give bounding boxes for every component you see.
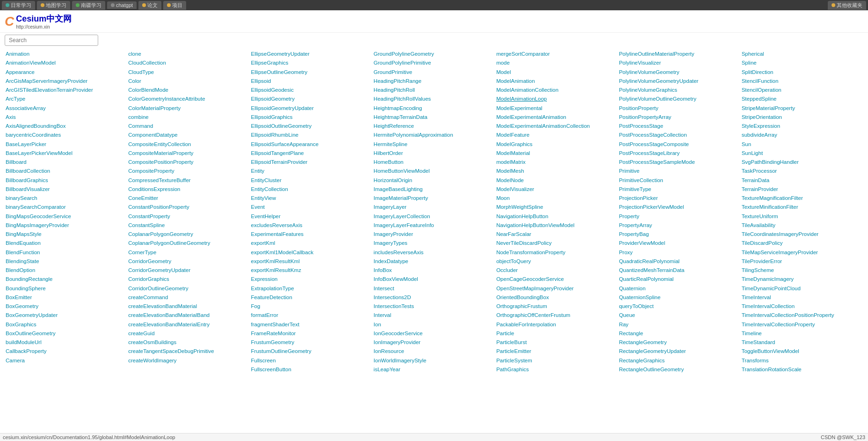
api-item[interactable]: ImageMaterialProperty [373,194,495,203]
api-item[interactable]: NavigationHelpButton [495,212,618,221]
api-item[interactable]: AssociativeArray [5,104,127,113]
api-item[interactable]: BingMapsGeocoderService [5,212,127,221]
api-item[interactable]: ColorBlendMode [127,86,250,95]
api-item[interactable]: IonWorldImageryStyle [373,356,495,365]
api-item[interactable]: SvgPathBindingHandler [741,158,863,167]
api-item[interactable]: BingMapsImageryProvider [5,221,127,230]
api-item[interactable]: HeightmapTerrainData [373,113,495,122]
api-item[interactable] [5,365,127,374]
api-item[interactable]: CorridorGraphics [127,275,250,284]
api-item[interactable]: ModelAnimationLoop [495,95,618,103]
api-item[interactable]: ProjectionPickerViewModel [618,203,740,212]
api-item[interactable]: CoplanarPolygonGeometry [127,230,250,239]
api-item[interactable]: StripeOrientation [741,113,863,122]
api-item[interactable]: subdivideArray [741,131,863,140]
api-item[interactable]: buildModuleUrl [5,338,127,347]
api-item[interactable]: mergeSortComparator [495,50,618,59]
api-item[interactable]: BoxGraphics [5,320,127,329]
api-item[interactable]: BaseLayerPickerViewModel [5,149,127,158]
api-item[interactable]: HomeButtonViewModel [373,167,495,176]
api-item[interactable]: IonGeocoderService [373,329,495,338]
api-item[interactable]: ImageryTypes [373,239,495,248]
api-item[interactable]: IonImageryProvider [373,338,495,347]
api-item[interactable]: TileDiscardPolicy [741,239,863,248]
api-item[interactable]: PolylineVolumeGraphics [618,86,740,95]
api-item[interactable]: CornerType [127,248,250,257]
api-item[interactable]: EllipsoidTerrainProvider [250,158,373,167]
api-item[interactable]: HomeButton [373,158,495,167]
api-item[interactable]: barycentricCoordinates [5,131,127,140]
api-item[interactable]: ImageryLayerFeatureInfo [373,221,495,230]
api-item[interactable]: QuaternionSpline [618,293,740,302]
api-item[interactable]: ComponentDatatype [127,131,250,140]
api-item[interactable]: MorphWeightSpline [495,203,618,212]
api-item[interactable]: includesReverseAxis [373,248,495,257]
api-item[interactable]: ModelAnimation [495,77,618,86]
api-item[interactable]: ProjectionPicker [618,194,740,203]
api-item[interactable]: exportKml [250,239,373,248]
api-item[interactable]: ModelNode [495,176,618,185]
api-item[interactable]: EllipsoidRhumbLine [250,131,373,140]
api-item[interactable]: BoundingRectangle [5,275,127,284]
api-item[interactable]: binarySearchComparator [5,203,127,212]
api-item[interactable]: TranslationRotationScale [741,365,863,374]
api-item[interactable]: BillboardCollection [5,167,127,176]
api-item[interactable]: ImageryLayerCollection [373,212,495,221]
api-item[interactable]: Color [127,77,250,86]
api-item[interactable]: Camera [5,356,127,365]
api-item[interactable]: PropertyArray [618,221,740,230]
api-item[interactable]: ParticleBurst [495,338,618,347]
api-item[interactable]: createWorldImagery [127,356,250,365]
api-item[interactable]: CompressedTextureBuffer [127,176,250,185]
api-item[interactable]: OpenStreetMapImageryProvider [495,284,618,293]
api-item[interactable]: Billboard [5,158,127,167]
api-item[interactable]: BoxEmitter [5,293,127,302]
api-item[interactable]: createGuid [127,329,250,338]
api-item[interactable]: TileCoordinatesImageryProvider [741,230,863,239]
api-item[interactable]: Ellipsoid [250,77,373,86]
api-item[interactable]: TimeIntervalCollection [741,302,863,311]
api-item[interactable]: SunLight [741,149,863,158]
api-item[interactable]: QuarticRealPolynomial [618,275,740,284]
api-item[interactable]: ModelExperimentalAnimationCollection [495,122,618,131]
api-item[interactable]: ArcGISTiledElevationTerrainProvider [5,86,127,95]
api-item[interactable]: InfoBoxViewModel [373,275,495,284]
api-item[interactable]: ExperimentalFeatures [250,230,373,239]
api-item[interactable]: EllipsoidGraphics [250,113,373,122]
api-item[interactable]: ArcType [5,95,127,103]
api-item[interactable]: ConstantProperty [127,212,250,221]
api-item[interactable]: StyleExpression [741,122,863,131]
api-item[interactable]: BaseLayerPicker [5,140,127,149]
api-item[interactable]: HeadingPitchRange [373,77,495,86]
api-item[interactable]: Occluder [495,266,618,275]
api-item[interactable]: EntityCluster [250,176,373,185]
api-item[interactable]: RectangleGeometryUpdater [618,347,740,356]
api-item[interactable]: Rectangle [618,329,740,338]
api-item[interactable]: TimeStandard [741,338,863,347]
api-item[interactable]: PathGraphics [495,365,618,374]
api-item[interactable]: OpenCageGeocoderService [495,275,618,284]
api-item[interactable]: ColorMaterialProperty [127,104,250,113]
api-item[interactable]: ConstantSpline [127,221,250,230]
api-item[interactable]: exportKml1ModelCallback [250,248,373,257]
api-item[interactable]: CompositePositionProperty [127,158,250,167]
site-logo[interactable]: C Cesium中文网 http://cesium.xin [5,13,72,29]
api-item[interactable]: PackableForInterpolation [495,320,618,329]
api-item[interactable]: ParticleEmitter [495,347,618,356]
api-item[interactable]: Axis [5,113,127,122]
api-item[interactable]: ArcGisMapServerImageryProvider [5,77,127,86]
api-item[interactable]: HorizontalOrigin [373,176,495,185]
api-item[interactable]: EllipsoidTangentPlane [250,149,373,158]
api-item[interactable]: FeatureDetection [250,293,373,302]
api-item[interactable]: EllipsoidGeometry [250,95,373,103]
api-item[interactable]: CorridorGeometryUpdater [127,266,250,275]
api-item[interactable]: GroundPolylineGeometry [373,50,495,59]
api-item[interactable]: OrthographicOffCenterFrustum [495,311,618,320]
api-item[interactable]: formatError [250,311,373,320]
api-item[interactable]: BoxGeometryUpdater [5,311,127,320]
api-item[interactable]: PostProcessStageSampleMode [618,158,740,167]
api-item[interactable]: QuadraticRealPolynomial [618,257,740,266]
api-item[interactable]: NodeTransformationProperty [495,248,618,257]
api-item[interactable]: IntersectionTests [373,302,495,311]
api-item[interactable]: Interval [373,311,495,320]
